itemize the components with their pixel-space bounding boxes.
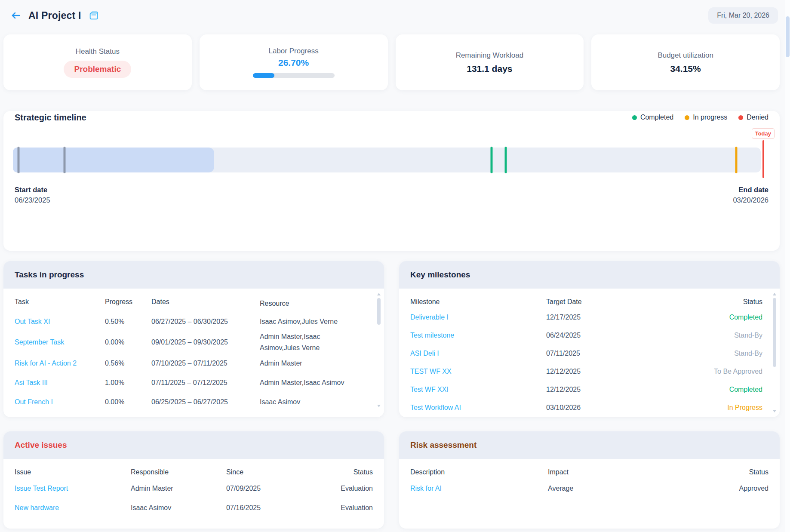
column-header: Task (15, 298, 105, 309)
task-link[interactable]: Risk for AI - Action 2 (15, 360, 105, 367)
timeline-milestone-marker-inprogress[interactable] (735, 147, 737, 173)
milestone-link[interactable]: Test milestone (410, 332, 546, 339)
section-title: Active issues (15, 440, 67, 450)
scroll-down-icon[interactable] (773, 410, 776, 412)
milestone-date: 06/24/2025 (546, 332, 670, 339)
risk-impact: Average (548, 485, 682, 492)
timeline-milestone-marker-completed[interactable] (490, 147, 492, 173)
milestone-date: 03/10/2026 (546, 404, 670, 412)
column-header: Progress (105, 298, 151, 309)
milestone-status: Stand-By (670, 350, 768, 357)
table-scrollbar[interactable] (772, 293, 777, 412)
timeline-milestone-marker-planned[interactable] (63, 147, 65, 173)
column-header: Resource (260, 298, 373, 309)
scroll-up-icon[interactable] (773, 293, 776, 295)
timeline-milestone-marker-planned[interactable] (18, 147, 20, 173)
task-dates: 06/25/2025 – 06/27/2025 (151, 398, 260, 406)
section-title: Key milestones (410, 270, 470, 280)
scrollbar-thumb[interactable] (773, 298, 776, 367)
today-marker-line (762, 140, 764, 178)
milestone-link[interactable]: Test WF XXI (410, 386, 546, 394)
kpi-health-status: Health Status Problematic (3, 34, 192, 90)
completed-dot-icon (632, 115, 637, 120)
task-progress: 0.56% (105, 360, 151, 367)
task-dates: 07/11/2025 – 07/12/2025 (151, 379, 260, 387)
milestone-link[interactable]: TEST WF XX (410, 368, 546, 375)
back-button[interactable] (9, 9, 22, 22)
milestone-date: 12/12/2025 (546, 386, 670, 394)
issues-table: Issue Responsible Since Status Issue Tes… (3, 459, 384, 517)
kpi-label: Labor Progress (269, 47, 319, 55)
legend-item-denied: Denied (738, 114, 768, 121)
scroll-down-icon[interactable] (377, 405, 381, 407)
milestone-status: In Progress (670, 404, 768, 412)
milestones-table: Milestone Target Date Status Deliverable… (399, 289, 780, 417)
issue-link[interactable]: Issue Test Report (15, 485, 131, 492)
milestone-link[interactable]: ASI Deli I (410, 350, 546, 357)
denied-dot-icon (738, 115, 743, 120)
legend-item-in-progress: In progress (685, 114, 727, 121)
table-row: Test WF XXI 12/12/2025 Completed (410, 381, 768, 399)
page-scrollbar[interactable] (785, 0, 790, 532)
section-title: Strategic timeline (15, 113, 86, 123)
task-link[interactable]: Out French I (15, 398, 105, 406)
kpi-row: Health Status Problematic Labor Progress… (3, 34, 780, 90)
risk-link[interactable]: Risk for AI (410, 485, 548, 492)
tasks-in-progress-section: Tasks in progress Task Progress Dates Re… (3, 261, 384, 417)
table-scrollbar[interactable] (377, 293, 381, 407)
milestone-link[interactable]: Test Workflow AI (410, 404, 546, 412)
end-date-label: End date (733, 185, 768, 195)
section-header: Risk assessment (399, 431, 780, 459)
issue-since: 07/16/2025 (226, 504, 287, 512)
timeline-track[interactable] (13, 148, 761, 172)
strategic-timeline-card: Strategic timeline Completed In progress… (3, 111, 780, 251)
task-progress: 0.00% (105, 338, 151, 346)
table-row: New hardware Isaac Asimov 07/16/2025 Eva… (15, 498, 373, 517)
labor-progress-value: 26.70% (278, 58, 309, 68)
active-issues-section: Active issues Issue Responsible Since St… (3, 431, 384, 529)
table-row: Test Workflow AI 03/10/2026 In Progress (410, 399, 768, 417)
issue-status: Evaluation (287, 485, 373, 492)
section-header: Key milestones (399, 261, 780, 289)
column-header: Since (226, 468, 287, 476)
section-title: Risk assessment (410, 440, 476, 450)
scrollbar-thumb[interactable] (377, 298, 381, 325)
milestone-link[interactable]: Deliverable I (410, 314, 546, 321)
milestone-date: 12/12/2025 (546, 368, 670, 375)
timeline-milestone-marker-completed[interactable] (505, 147, 507, 173)
table-row: TEST WF XX 12/12/2025 To Be Approved (410, 363, 768, 381)
column-header: Status (670, 298, 768, 306)
kpi-label: Remaining Workload (456, 51, 523, 60)
task-resource: Admin Master,Isaac Asimov (260, 377, 373, 388)
remaining-workload-value: 131.1 days (467, 64, 512, 74)
column-header: Responsible (131, 468, 226, 476)
page-title: AI Project I (28, 10, 81, 22)
start-date-label: Start date (15, 185, 50, 195)
column-header: Milestone (410, 298, 546, 306)
column-header: Impact (548, 468, 682, 476)
issue-link[interactable]: New hardware (15, 504, 131, 512)
project-summary-icon[interactable] (88, 10, 99, 21)
milestone-status: Stand-By (670, 332, 768, 339)
milestone-status: Completed (670, 314, 768, 321)
labor-progress-bar (253, 73, 335, 78)
kpi-label: Budget utilization (658, 51, 713, 60)
page-scrollbar-thumb[interactable] (786, 16, 790, 57)
back-arrow-icon (10, 9, 22, 22)
milestone-status: To Be Approved (670, 368, 768, 375)
task-link[interactable]: Asi Task III (15, 379, 105, 387)
table-row: Asi Task III 1.00% 07/11/2025 – 07/12/20… (15, 373, 373, 392)
column-header: Status (287, 468, 373, 476)
scroll-up-icon[interactable] (377, 293, 381, 295)
in-progress-dot-icon (685, 115, 689, 120)
task-resource: Admin Master (260, 358, 373, 369)
task-link[interactable]: September Task (15, 338, 105, 346)
table-header-row: Task Progress Dates Resource (15, 291, 373, 312)
section-header: Tasks in progress (3, 261, 384, 289)
task-link[interactable]: Out Task XI (15, 318, 105, 326)
legend-label: In progress (693, 114, 727, 121)
project-dashboard: AI Project I Fri, Mar 20, 2026 Health St… (0, 0, 790, 532)
key-milestones-section: Key milestones Milestone Target Date Sta… (399, 261, 780, 417)
section-title: Tasks in progress (15, 270, 84, 280)
table-row: Test milestone 06/24/2025 Stand-By (410, 326, 768, 344)
